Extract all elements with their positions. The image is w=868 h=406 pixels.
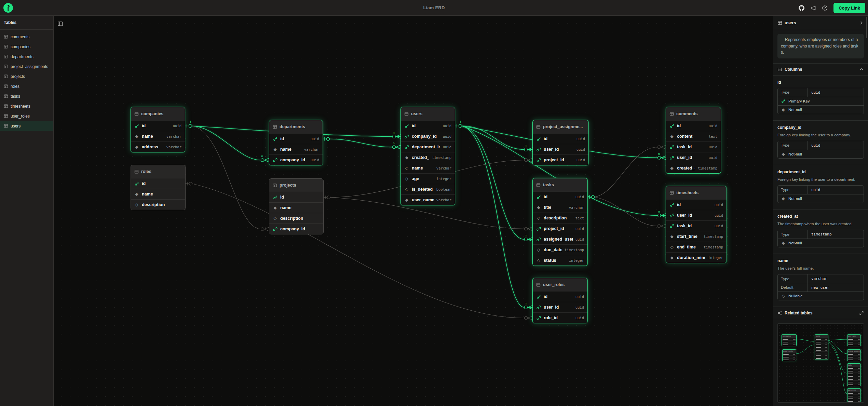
erd-column-is_deleted[interactable]: ◇is_deletedboolean: [401, 184, 455, 194]
erd-table-header: tasks: [533, 178, 587, 191]
megaphone-icon[interactable]: [810, 5, 816, 11]
mini-table-tasks[interactable]: tasks: [847, 363, 861, 386]
erd-column-address[interactable]: ◆addressvarchar: [131, 141, 185, 152]
erd-column-role_id[interactable]: role_iduuid: [533, 312, 587, 323]
erd-column-end_time[interactable]: ◇end_timetimestamp: [666, 242, 727, 252]
erd-column-user_id[interactable]: user_iduuid: [533, 144, 588, 154]
erd-table-roles[interactable]: rolesid◆name◇description: [131, 165, 186, 210]
erd-column-assigned_user_id[interactable]: assigned_user_iduuid: [533, 234, 587, 244]
erd-column-status[interactable]: ◇statusinteger: [533, 255, 587, 266]
erd-column-id[interactable]: id: [269, 192, 323, 202]
erd-canvas[interactable]: nnnnnnnn111 companiesiduuid◆namevarchar◆…: [54, 16, 773, 406]
sidebar-item-roles[interactable]: roles: [0, 81, 53, 91]
column-name: company_id: [280, 158, 308, 162]
erd-column-name[interactable]: ◇namevarchar: [401, 163, 455, 173]
sidebar-item-comments[interactable]: comments: [0, 32, 53, 42]
column-name: created_at: [412, 155, 429, 160]
column-detail-description: Foreign key linking the user to a compan…: [777, 132, 864, 138]
svg-text:1: 1: [327, 133, 329, 137]
columns-section-header[interactable]: Columns: [773, 63, 868, 76]
erd-column-content[interactable]: ◆contenttext: [666, 131, 721, 141]
erd-table-users[interactable]: usersiduuidcompany_iduuiddepartment_iduu…: [401, 107, 455, 205]
expand-icon[interactable]: [859, 311, 864, 315]
flag-label: Not-null: [788, 241, 802, 245]
erd-column-id[interactable]: iduuid: [533, 291, 587, 302]
erd-column-description[interactable]: ◇description: [131, 199, 185, 210]
flag-primary-key: Primary Key: [778, 97, 864, 105]
erd-column-id[interactable]: iduuid: [401, 120, 455, 131]
erd-column-description[interactable]: ◇description: [269, 213, 323, 224]
chevron-up-icon[interactable]: [859, 67, 864, 72]
mini-table-departments[interactable]: departments: [782, 349, 796, 361]
erd-column-name[interactable]: ◆namevarchar: [131, 131, 185, 141]
erd-table-timesheets[interactable]: timesheetsiduuiduser_iduuidtask_iduuid◆s…: [666, 186, 727, 263]
erd-column-due_date[interactable]: ◇due_datetimestamp: [533, 244, 587, 255]
erd-table-companies[interactable]: companiesiduuid◆namevarchar◆addressvarch…: [131, 107, 185, 152]
erd-column-company_id[interactable]: company_id: [269, 224, 323, 234]
erd-column-id[interactable]: iduuid: [533, 191, 587, 202]
erd-table-departments[interactable]: departmentsiduuid◆namevarcharcompany_idu…: [269, 120, 323, 165]
erd-column-user_name[interactable]: ◆user_namevarchar: [401, 194, 455, 205]
erd-table-projects[interactable]: projectsid◆name◇descriptioncompany_id: [269, 178, 324, 234]
erd-column-user_id[interactable]: user_iduuid: [666, 152, 721, 163]
erd-table-project_assignments[interactable]: project_assignme...iduuiduser_iduuidproj…: [532, 120, 589, 165]
panel-close-icon[interactable]: [859, 21, 864, 25]
sidebar-item-departments[interactable]: departments: [0, 52, 53, 62]
erd-column-id[interactable]: iduuid: [666, 120, 721, 131]
sidebar-item-tasks[interactable]: tasks: [0, 91, 53, 101]
erd-column-id[interactable]: iduuid: [131, 120, 185, 131]
erd-column-name[interactable]: ◆name: [131, 189, 185, 199]
sidebar-item-user_roles[interactable]: user_roles: [0, 111, 53, 121]
erd-column-created_at[interactable]: ◆created_attimestamp: [666, 163, 721, 173]
mini-table-companies[interactable]: companies: [782, 334, 797, 346]
mini-table-users[interactable]: users: [815, 334, 828, 360]
erd-column-duration_minutes[interactable]: ◆duration_minutesinteger: [666, 252, 727, 263]
sidebar-item-label: project_assignments: [11, 64, 48, 69]
erd-column-id[interactable]: iduuid: [533, 133, 588, 144]
erd-column-user_id[interactable]: user_iduuid: [666, 210, 727, 220]
erd-column-age[interactable]: ◇ageinteger: [401, 173, 455, 184]
erd-column-id[interactable]: id: [131, 178, 185, 189]
panel-scrollbar[interactable]: [866, 17, 867, 38]
mini-table-comments[interactable]: comments: [847, 388, 861, 403]
erd-column-user_id[interactable]: user_iduuid: [533, 302, 587, 312]
sidebar-toggle-icon[interactable]: [57, 21, 63, 27]
erd-table-user_roles[interactable]: user_rolesiduuiduser_iduuidrole_iduuid: [532, 278, 588, 323]
erd-column-project_id[interactable]: project_iduuid: [533, 154, 588, 165]
related-tables-minimap[interactable]: companiesdepartmentsusersuser_rolesproje…: [777, 323, 864, 403]
help-icon[interactable]: [822, 5, 828, 11]
erd-column-title[interactable]: ◆titlevarchar: [533, 202, 587, 213]
related-tables-header[interactable]: Related tables: [773, 307, 868, 319]
erd-table-comments[interactable]: commentsiduuid◆contenttexttask_iduuiduse…: [666, 107, 721, 174]
sidebar-item-timesheets[interactable]: timesheets: [0, 101, 53, 111]
table-icon: [669, 191, 674, 195]
erd-table-title: project_assignme...: [543, 124, 583, 129]
erd-column-start_time[interactable]: ◆start_timetimestamp: [666, 231, 727, 242]
copy-link-button[interactable]: Copy Link: [833, 3, 865, 13]
sidebar-item-project_assignments[interactable]: project_assignments: [0, 62, 53, 71]
erd-column-name[interactable]: ◆name: [269, 202, 323, 213]
erd-table-tasks[interactable]: tasksiduuid◆titlevarchar◇descriptiontext…: [532, 178, 588, 266]
link-icon: [536, 147, 541, 152]
github-icon[interactable]: [799, 5, 804, 11]
erd-column-task_id[interactable]: task_iduuid: [666, 141, 721, 152]
liam-logo-icon[interactable]: [3, 3, 13, 13]
sidebar-item-users[interactable]: users: [0, 121, 53, 131]
erd-column-company_id[interactable]: company_iduuid: [401, 131, 455, 141]
erd-column-id[interactable]: iduuid: [666, 199, 727, 210]
sidebar-item-companies[interactable]: companies: [0, 42, 53, 52]
erd-column-project_id[interactable]: project_iduuid: [533, 223, 587, 234]
erd-column-task_id[interactable]: task_iduuid: [666, 220, 727, 231]
erd-column-company_id[interactable]: company_iduuid: [269, 154, 323, 165]
sidebar-item-projects[interactable]: projects: [0, 71, 53, 81]
erd-column-department_id[interactable]: department_iduuid: [401, 141, 455, 152]
erd-column-name[interactable]: ◆namevarchar: [269, 144, 323, 154]
erd-column-description[interactable]: ◇descriptiontext: [533, 213, 587, 223]
column-name: user_id: [544, 147, 574, 152]
erd-column-created_at[interactable]: ◆created_attimestamp: [401, 152, 455, 163]
mini-row: [847, 378, 860, 380]
erd-column-id[interactable]: iduuid: [269, 133, 323, 144]
mini-table-project_assignme[interactable]: project_assignme: [847, 349, 861, 361]
mini-table-user_roles[interactable]: user_roles: [847, 334, 861, 346]
table-description: Represents employees or members of a com…: [777, 34, 864, 58]
